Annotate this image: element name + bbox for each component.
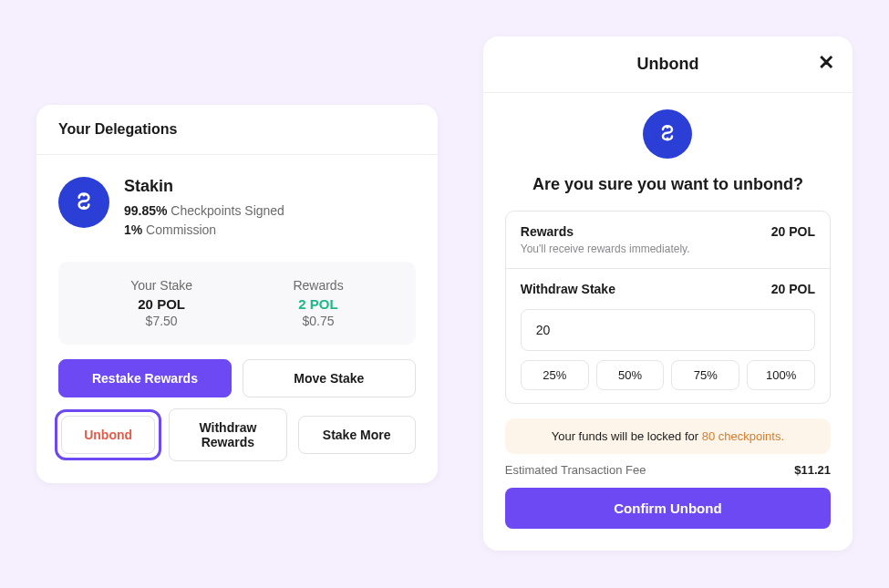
- lock-warning-banner: Your funds will be locked for 80 checkpo…: [505, 418, 831, 454]
- svg-point-2: [82, 206, 85, 209]
- fee-value: $11.21: [794, 463, 831, 477]
- delegations-title: Your Delegations: [58, 121, 416, 138]
- rewards-info-value: 20 POL: [771, 224, 815, 239]
- validator-logo-icon: [58, 177, 109, 228]
- warning-prefix: Your funds will be locked for: [552, 429, 702, 443]
- withdraw-info-label: Withdraw Stake: [521, 282, 615, 296]
- pct-75-button[interactable]: 75%: [671, 360, 739, 390]
- validator-logo-icon: [643, 109, 692, 159]
- validator-commission: 1% Commission: [124, 221, 284, 240]
- delegations-header: Your Delegations: [36, 105, 438, 155]
- pct-100-button[interactable]: 100%: [747, 360, 815, 390]
- withdraw-section: Withdraw Stake 20 POL 25% 50% 75% 100%: [506, 268, 830, 403]
- rewards-section: Rewards 20 POL You'll receive rewards im…: [506, 211, 830, 268]
- pct-25-button[interactable]: 25%: [521, 360, 589, 390]
- close-icon[interactable]: ✕: [818, 53, 834, 73]
- amount-input[interactable]: [521, 309, 815, 351]
- unbond-modal: Unbond ✕ Are you sure you want to unbond…: [483, 36, 853, 551]
- action-buttons: Restake Rewards Move Stake Unbond Withdr…: [36, 359, 438, 483]
- stake-more-button[interactable]: Stake More: [298, 416, 416, 454]
- your-stake-usd: $7.50: [130, 314, 192, 328]
- restake-rewards-button[interactable]: Restake Rewards: [58, 359, 232, 397]
- withdraw-rewards-button[interactable]: Withdraw Rewards: [169, 408, 286, 461]
- svg-point-1: [82, 193, 85, 196]
- pct-50-button[interactable]: 50%: [596, 360, 665, 390]
- warning-highlight: 80 checkpoints.: [702, 429, 784, 443]
- percentage-row: 25% 50% 75% 100%: [521, 360, 815, 390]
- move-stake-button[interactable]: Move Stake: [243, 359, 416, 397]
- your-stake-value: 20 POL: [130, 296, 192, 312]
- modal-question: Are you sure you want to unbond?: [483, 166, 853, 211]
- rewards-info-label: Rewards: [521, 224, 574, 239]
- validator-checkpoints: 99.85% Checkpoints Signed: [124, 201, 284, 221]
- validator-info: Stakin 99.85% Checkpoints Signed 1% Comm…: [124, 177, 284, 240]
- your-stake-label: Your Stake: [130, 278, 192, 293]
- stake-summary: Your Stake 20 POL $7.50 Rewards 2 POL $0…: [58, 262, 416, 345]
- confirm-unbond-button[interactable]: Confirm Unbond: [505, 488, 831, 529]
- rewards-info-sub: You'll receive rewards immediately.: [521, 242, 815, 255]
- unbond-button[interactable]: Unbond: [61, 416, 155, 454]
- modal-logo-wrap: [483, 93, 853, 166]
- modal-title: Unbond: [636, 55, 698, 74]
- svg-point-5: [667, 138, 669, 140]
- unbond-info-box: Rewards 20 POL You'll receive rewards im…: [505, 211, 831, 404]
- rewards-col: Rewards 2 POL $0.75: [293, 278, 343, 328]
- validator-name: Stakin: [124, 177, 284, 196]
- fee-label: Estimated Transaction Fee: [505, 463, 646, 477]
- modal-header: Unbond ✕: [483, 36, 853, 93]
- rewards-label: Rewards: [293, 278, 343, 293]
- rewards-value: 2 POL: [293, 296, 343, 312]
- fee-row: Estimated Transaction Fee $11.21: [483, 463, 853, 488]
- delegations-card: Your Delegations Stakin 99.85% Checkpoin…: [36, 105, 438, 483]
- your-stake-col: Your Stake 20 POL $7.50: [130, 278, 192, 328]
- svg-point-4: [667, 126, 669, 129]
- withdraw-info-value: 20 POL: [771, 282, 815, 296]
- validator-row: Stakin 99.85% Checkpoints Signed 1% Comm…: [36, 155, 438, 254]
- unbond-highlight: Unbond: [55, 409, 161, 460]
- rewards-usd: $0.75: [293, 314, 343, 328]
